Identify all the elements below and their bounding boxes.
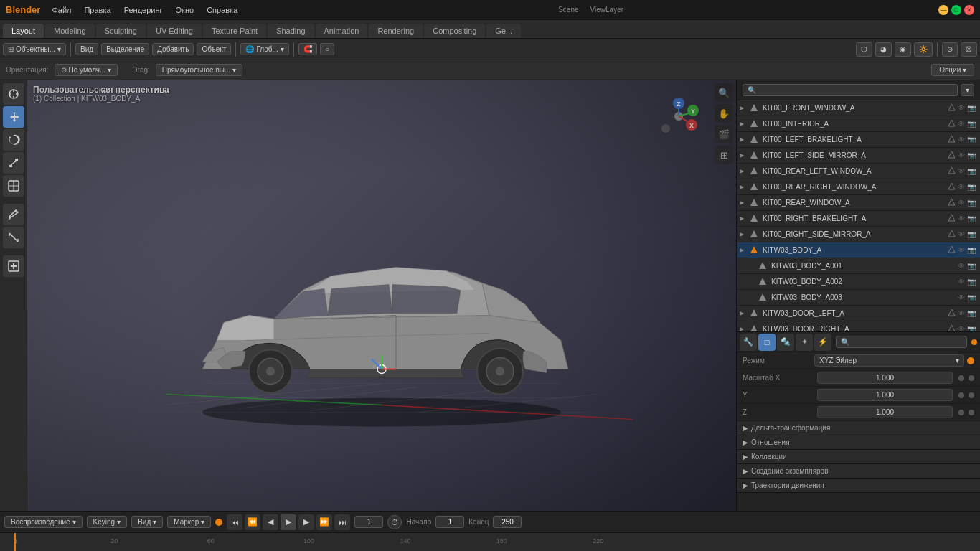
options-button[interactable]: Опции ▾	[931, 64, 974, 76]
props-particles-tab[interactable]: ✦	[796, 334, 813, 351]
maximize-button[interactable]: □	[951, 5, 961, 15]
select-menu-button[interactable]: Выделение	[101, 43, 149, 55]
item-camera-icon-10[interactable]: 📷	[967, 262, 976, 270]
item-eye-icon-1[interactable]: 👁	[958, 120, 965, 128]
outliner-search-input[interactable]	[743, 84, 958, 96]
outliner-item-7[interactable]: ▶KIT00_RIGHT_BRAKELIGHT_A👁📷	[737, 211, 980, 227]
solid-button[interactable]: ◕	[875, 42, 892, 57]
pan-button[interactable]: ✋	[715, 104, 733, 123]
playback-button[interactable]: Воспроизведение ▾	[4, 516, 83, 528]
item-eye-icon-4[interactable]: 👁	[958, 167, 965, 175]
xray-button[interactable]: ☒	[961, 42, 977, 57]
tab-shading[interactable]: Shading	[268, 24, 314, 38]
item-camera-icon-3[interactable]: 📷	[967, 151, 976, 159]
tab-sculpting[interactable]: Sculpting	[96, 24, 146, 38]
item-camera-icon-13[interactable]: 📷	[967, 309, 976, 317]
close-button[interactable]: ✕	[964, 5, 974, 15]
jump-end-button[interactable]: ⏭	[334, 514, 350, 530]
timeline-view-button[interactable]: Вид ▾	[131, 516, 163, 528]
prev-keyframe-button[interactable]: ⏪	[245, 514, 260, 530]
add-menu-button[interactable]: Добавить	[152, 43, 194, 55]
drag-dropdown[interactable]: Прямоугольное вы... ▾	[156, 64, 242, 76]
viewport-axes-widget[interactable]: Z Y X	[657, 95, 700, 138]
item-camera-icon-5[interactable]: 📷	[967, 183, 976, 191]
properties-search-input[interactable]	[836, 336, 967, 348]
scale-x-value[interactable]: 1.000	[817, 372, 953, 384]
item-camera-icon-2[interactable]: 📷	[967, 136, 976, 143]
item-eye-icon-12[interactable]: 👁	[958, 293, 965, 301]
3d-viewport[interactable]: Пользовательская перспектива (1) Collect…	[27, 80, 736, 511]
add-object-tool[interactable]	[3, 255, 24, 277]
outliner-item-10[interactable]: KITW03_BODY_A001👁📷	[737, 258, 980, 274]
item-eye-icon-3[interactable]: 👁	[958, 151, 965, 159]
scale-z-value[interactable]: 1.000	[817, 406, 953, 418]
viewport-overlay-button[interactable]: ⊙	[942, 42, 958, 57]
material-preview-button[interactable]: ◉	[895, 42, 911, 57]
wireframe-button[interactable]: ⬡	[856, 42, 872, 57]
viewport-mode-button[interactable]: ⊞ Объектны... ▾	[3, 43, 66, 55]
item-eye-icon-14[interactable]: 👁	[958, 325, 965, 331]
tab-layout[interactable]: Layout	[3, 24, 44, 38]
outliner-item-1[interactable]: ▶KIT00_INTERIOR_A👁📷	[737, 116, 980, 132]
play-button[interactable]: ▶	[281, 514, 296, 530]
outliner-filter-button[interactable]: ▾	[961, 84, 974, 96]
outliner-item-2[interactable]: ▶KIT00_LEFT_BRAKELIGHT_A👁📷	[737, 132, 980, 148]
props-section-4[interactable]: ▶Траектории движения	[737, 479, 980, 493]
orientation-dropdown[interactable]: ⊙ По умолч... ▾	[55, 64, 118, 76]
outliner-item-3[interactable]: ▶KIT00_LEFT_SIDE_MIRROR_A👁📷	[737, 148, 980, 164]
outliner-item-12[interactable]: KITW03_BODY_A003👁📷	[737, 290, 980, 306]
mode-dropdown[interactable]: XYZ Эйлер ▾	[814, 354, 964, 367]
item-eye-icon-6[interactable]: 👁	[958, 199, 965, 207]
props-tools-tab[interactable]: 🔧	[740, 334, 757, 351]
props-section-2[interactable]: ▶Коллекции	[737, 450, 980, 464]
item-eye-icon-7[interactable]: 👁	[958, 215, 965, 222]
outliner-item-13[interactable]: ▶KITW03_DOOR_LEFT_A👁📷	[737, 306, 980, 321]
tab-modeling[interactable]: Modeling	[45, 24, 95, 38]
menu-file[interactable]: Файл	[46, 4, 77, 16]
outliner-item-6[interactable]: ▶KIT00_REAR_WINDOW_A👁📷	[737, 195, 980, 211]
item-camera-icon-14[interactable]: 📷	[967, 325, 976, 331]
item-camera-icon-6[interactable]: 📷	[967, 199, 976, 207]
item-eye-icon-11[interactable]: 👁	[958, 278, 965, 286]
rendered-button[interactable]: 🔆	[914, 42, 933, 57]
item-eye-icon-9[interactable]: 👁	[958, 246, 965, 254]
tab-rendering[interactable]: Rendering	[369, 24, 423, 38]
item-eye-icon-10[interactable]: 👁	[958, 262, 965, 270]
measure-tool[interactable]	[3, 227, 24, 248]
props-physics-tab[interactable]: ⚡	[814, 334, 831, 351]
menu-edit[interactable]: Правка	[78, 4, 116, 16]
menu-render[interactable]: Рендеринг	[118, 4, 169, 16]
next-frame-button[interactable]: ▶	[298, 514, 314, 530]
view-menu-button[interactable]: Вид	[75, 43, 98, 55]
camera-button[interactable]: 🎬	[715, 125, 733, 143]
proportional-edit-button[interactable]: ○	[320, 43, 334, 55]
scale-y-value[interactable]: 1.000	[817, 389, 953, 401]
menu-window[interactable]: Окно	[170, 4, 200, 16]
grid-button[interactable]: ⊞	[715, 146, 733, 164]
tab-texture-paint[interactable]: Texture Paint	[203, 24, 266, 38]
scale-tool[interactable]	[3, 152, 24, 174]
zoom-in-button[interactable]: 🔍	[715, 83, 733, 102]
item-camera-icon-4[interactable]: 📷	[967, 167, 976, 175]
outliner-item-9[interactable]: ▶KITW03_BODY_A👁📷	[737, 242, 980, 258]
start-frame-display[interactable]: 1	[435, 516, 464, 528]
next-keyframe-button[interactable]: ⏩	[316, 514, 332, 530]
move-tool[interactable]	[3, 106, 24, 128]
jump-start-button[interactable]: ⏮	[227, 514, 242, 530]
current-frame-display[interactable]: 1	[354, 516, 383, 528]
item-camera-icon-7[interactable]: 📷	[967, 215, 976, 222]
cursor-tool[interactable]	[3, 83, 24, 105]
outliner-item-14[interactable]: ▶KITW03_DOOR_RIGHT_A👁📷	[737, 321, 980, 331]
minimize-button[interactable]: —	[938, 5, 948, 15]
tab-animation[interactable]: Animation	[316, 24, 368, 38]
transform-tool[interactable]	[3, 175, 24, 197]
item-eye-icon-5[interactable]: 👁	[958, 183, 965, 191]
item-eye-icon-8[interactable]: 👁	[958, 230, 965, 238]
prev-frame-button[interactable]: ◀	[263, 514, 278, 530]
item-camera-icon-9[interactable]: 📷	[967, 246, 976, 254]
outliner-item-5[interactable]: ▶KIT00_REAR_RIGHT_WINDOW_A👁📷	[737, 179, 980, 195]
annotate-tool[interactable]	[3, 204, 24, 225]
item-eye-icon-2[interactable]: 👁	[958, 136, 965, 143]
outliner-item-0[interactable]: ▶KIT00_FRONT_WINDOW_A👁📷	[737, 100, 980, 116]
outliner-item-11[interactable]: KITW03_BODY_A002👁📷	[737, 274, 980, 290]
